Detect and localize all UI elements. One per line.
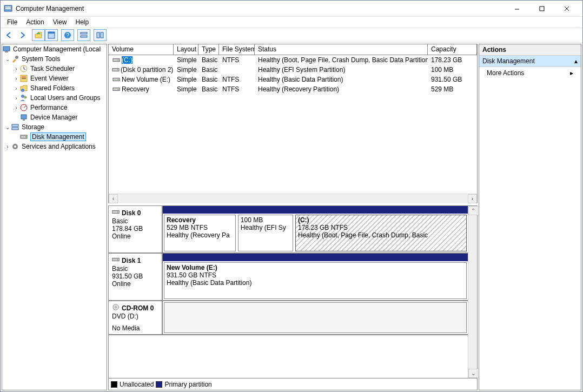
disk-boxes: Recovery529 MB NTFSHealthy (Recovery Pa1… (163, 214, 468, 253)
partition-size: 529 MB NTFS (167, 224, 233, 231)
computer-icon (2, 45, 11, 54)
volume-type: Basic (198, 85, 219, 93)
volume-body[interactable]: (C:)SimpleBasicNTFSHealthy (Boot, Page F… (109, 55, 477, 194)
expand-icon[interactable]: › (13, 66, 19, 72)
event-icon (19, 74, 28, 83)
svg-rect-20 (22, 77, 26, 77)
tree-disk-management[interactable]: Disk Management (2, 132, 107, 142)
partition-name: Recovery (167, 216, 233, 224)
volume-fs: NTFS (219, 56, 255, 64)
volume-name: (C:) (122, 56, 132, 64)
volume-row[interactable]: (C:)SimpleBasicNTFSHealthy (Boot, Page F… (109, 55, 477, 65)
partition-box[interactable] (164, 302, 467, 333)
toolbar-up-button[interactable] (32, 29, 45, 41)
col-volume[interactable]: Volume (109, 44, 174, 55)
svg-point-41 (118, 89, 119, 90)
volume-row[interactable]: RecoverySimpleBasicNTFSHealthy (Recovery… (109, 84, 477, 94)
expand-icon[interactable]: › (13, 105, 19, 111)
partition-box[interactable]: New Volume (E:)931.50 GB NTFSHealthy (Ba… (164, 262, 467, 299)
col-status[interactable]: Status (255, 44, 428, 55)
partition-box[interactable]: (C:)178.23 GB NTFSHealthy (Boot, Page Fi… (295, 215, 467, 251)
partition-name: New Volume (E:) (167, 264, 464, 271)
svg-rect-12 (81, 36, 87, 37)
maximize-button[interactable] (529, 1, 554, 17)
menu-help[interactable]: Help (71, 17, 94, 27)
toolbar-properties-button[interactable] (45, 29, 58, 41)
expand-icon[interactable]: › (13, 85, 19, 91)
scroll-right-icon[interactable]: › (468, 194, 477, 203)
tree-shared-folders[interactable]: ›Shared Folders (2, 83, 107, 93)
tree-device-manager[interactable]: Device Manager (2, 112, 107, 122)
svg-rect-8 (48, 32, 55, 34)
partition-box[interactable]: Recovery529 MB NTFSHealthy (Recovery Pa (164, 215, 236, 251)
nav-back-button[interactable] (3, 29, 16, 41)
drive-icon (112, 75, 121, 84)
partition-status: Healthy (EFI Sy (241, 224, 290, 231)
expand-icon[interactable]: ⌄ (4, 56, 11, 62)
svg-rect-11 (81, 32, 87, 34)
tree-event-viewer[interactable]: ›Event Viewer (2, 74, 107, 83)
expand-icon[interactable]: ⌄ (4, 124, 11, 130)
partition-box[interactable]: 100 MBHealthy (EFI Sy (238, 215, 293, 251)
tree-storage[interactable]: ⌄Storage (2, 122, 107, 132)
col-layout[interactable]: Layout (174, 44, 198, 55)
menu-file[interactable]: File (3, 17, 22, 27)
chevron-right-icon: ▸ (570, 69, 573, 77)
drive-icon (112, 85, 121, 94)
svg-rect-1 (5, 6, 11, 8)
volume-layout: Simple (174, 76, 198, 83)
vscrollbar[interactable]: ⌃ ⌄ (468, 206, 477, 378)
menu-action[interactable]: Action (22, 17, 48, 27)
disk-row[interactable]: Disk 1Basic931.50 GBOnlineNew Volume (E:… (109, 254, 468, 301)
tree-system-tools[interactable]: ⌄ System Tools (2, 54, 107, 64)
volume-status: Healthy (Boot, Page File, Crash Dump, Ba… (255, 56, 428, 64)
disk-stripe (163, 254, 468, 261)
tree-pane[interactable]: Computer Management (Local ⌄ System Tool… (2, 44, 107, 390)
scroll-down-icon[interactable]: ⌄ (468, 369, 478, 378)
partition-status: Healthy (Recovery Pa (167, 231, 233, 239)
col-fs[interactable]: File System (219, 44, 255, 55)
toolbar-help-button[interactable]: ? (61, 29, 74, 41)
legend-primary-label: Primary partition (164, 381, 211, 388)
volume-status: Healthy (Recovery Partition) (255, 85, 428, 93)
menu-view[interactable]: View (49, 17, 71, 27)
actions-group[interactable]: Disk Management ▴ (479, 56, 581, 67)
hscrollbar[interactable]: ‹ › (109, 194, 477, 203)
expand-icon[interactable]: › (4, 144, 11, 150)
disk-row[interactable]: CD-ROM 0DVD (D:)No Media (109, 301, 468, 335)
toolbar-view2-button[interactable] (94, 29, 107, 41)
scroll-left-icon[interactable]: ‹ (109, 194, 118, 203)
close-button[interactable] (554, 1, 579, 17)
disk-info: Disk 1Basic931.50 GBOnline (109, 254, 163, 300)
volume-row[interactable]: New Volume (E:)SimpleBasicNTFSHealthy (B… (109, 75, 477, 84)
nav-forward-button[interactable] (16, 29, 29, 41)
tree-task-scheduler[interactable]: ›Task Scheduler (2, 64, 107, 74)
scroll-up-icon[interactable]: ⌃ (468, 206, 478, 215)
disk-row[interactable]: Disk 0Basic178.84 GBOnlineRecovery529 MB… (109, 206, 468, 254)
volume-row[interactable]: (Disk 0 partition 2)SimpleBasicHealthy (… (109, 65, 477, 75)
tree-local-users[interactable]: ›Local Users and Groups (2, 93, 107, 103)
disk-scroll[interactable]: Disk 0Basic178.84 GBOnlineRecovery529 MB… (109, 206, 468, 378)
tree-root[interactable]: Computer Management (Local (2, 44, 107, 54)
collapse-icon[interactable]: ▴ (574, 57, 578, 65)
tree-performance[interactable]: ›Performance (2, 103, 107, 112)
toolbar-view1-button[interactable] (77, 29, 90, 41)
disk-type: Basic (112, 217, 158, 225)
disk-boxes (163, 301, 468, 334)
col-capacity[interactable]: Capacity (428, 44, 477, 55)
expand-icon[interactable]: › (13, 95, 19, 101)
disk-partitions: New Volume (E:)931.50 GB NTFSHealthy (Ba… (163, 254, 468, 300)
expand-icon[interactable]: › (13, 76, 19, 82)
menubar: File Action View Help (1, 17, 582, 28)
volume-type: Basic (198, 66, 219, 74)
minimize-button[interactable] (505, 1, 529, 17)
volume-capacity: 529 MB (428, 85, 477, 93)
tree-services[interactable]: ›Services and Applications (2, 142, 107, 151)
svg-rect-15 (3, 46, 10, 51)
scroll-track[interactable] (118, 194, 468, 203)
svg-point-24 (24, 96, 27, 99)
actions-more[interactable]: More Actions ▸ (479, 67, 581, 79)
col-type[interactable]: Type (198, 44, 219, 55)
disk-info: Disk 0Basic178.84 GBOnline (109, 206, 163, 253)
svg-rect-16 (5, 51, 8, 52)
